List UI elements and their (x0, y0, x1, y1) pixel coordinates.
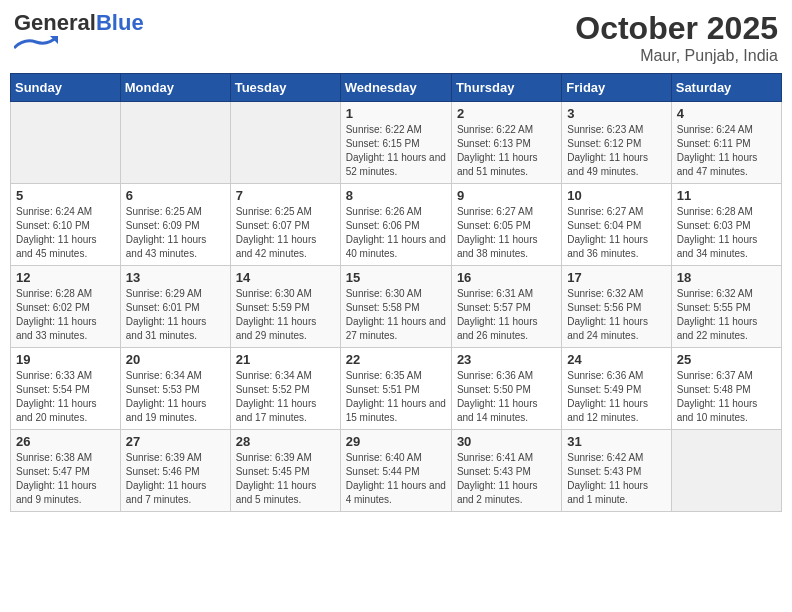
calendar-cell: 9Sunrise: 6:27 AMSunset: 6:05 PMDaylight… (451, 184, 561, 266)
day-number: 2 (457, 106, 556, 121)
column-header-friday: Friday (562, 74, 671, 102)
cell-content: Sunrise: 6:30 AMSunset: 5:59 PMDaylight:… (236, 287, 335, 343)
calendar-cell: 27Sunrise: 6:39 AMSunset: 5:46 PMDayligh… (120, 430, 230, 512)
calendar-cell: 8Sunrise: 6:26 AMSunset: 6:06 PMDaylight… (340, 184, 451, 266)
calendar-cell: 25Sunrise: 6:37 AMSunset: 5:48 PMDayligh… (671, 348, 781, 430)
logo: General Blue (14, 10, 144, 50)
cell-content: Sunrise: 6:29 AMSunset: 6:01 PMDaylight:… (126, 287, 225, 343)
day-number: 23 (457, 352, 556, 367)
calendar-week-row: 19Sunrise: 6:33 AMSunset: 5:54 PMDayligh… (11, 348, 782, 430)
day-number: 28 (236, 434, 335, 449)
calendar-week-row: 1Sunrise: 6:22 AMSunset: 6:15 PMDaylight… (11, 102, 782, 184)
day-number: 18 (677, 270, 776, 285)
cell-content: Sunrise: 6:23 AMSunset: 6:12 PMDaylight:… (567, 123, 665, 179)
cell-content: Sunrise: 6:24 AMSunset: 6:10 PMDaylight:… (16, 205, 115, 261)
calendar-cell: 6Sunrise: 6:25 AMSunset: 6:09 PMDaylight… (120, 184, 230, 266)
logo-icon (14, 36, 58, 50)
calendar-cell: 19Sunrise: 6:33 AMSunset: 5:54 PMDayligh… (11, 348, 121, 430)
day-number: 12 (16, 270, 115, 285)
cell-content: Sunrise: 6:40 AMSunset: 5:44 PMDaylight:… (346, 451, 446, 507)
day-number: 6 (126, 188, 225, 203)
day-number: 9 (457, 188, 556, 203)
logo-blue: Blue (96, 10, 144, 36)
cell-content: Sunrise: 6:32 AMSunset: 5:56 PMDaylight:… (567, 287, 665, 343)
cell-content: Sunrise: 6:39 AMSunset: 5:46 PMDaylight:… (126, 451, 225, 507)
cell-content: Sunrise: 6:33 AMSunset: 5:54 PMDaylight:… (16, 369, 115, 425)
day-number: 4 (677, 106, 776, 121)
calendar-cell: 5Sunrise: 6:24 AMSunset: 6:10 PMDaylight… (11, 184, 121, 266)
calendar-cell: 29Sunrise: 6:40 AMSunset: 5:44 PMDayligh… (340, 430, 451, 512)
cell-content: Sunrise: 6:39 AMSunset: 5:45 PMDaylight:… (236, 451, 335, 507)
day-number: 15 (346, 270, 446, 285)
cell-content: Sunrise: 6:27 AMSunset: 6:04 PMDaylight:… (567, 205, 665, 261)
calendar-cell: 21Sunrise: 6:34 AMSunset: 5:52 PMDayligh… (230, 348, 340, 430)
day-number: 24 (567, 352, 665, 367)
cell-content: Sunrise: 6:28 AMSunset: 6:03 PMDaylight:… (677, 205, 776, 261)
calendar-cell: 26Sunrise: 6:38 AMSunset: 5:47 PMDayligh… (11, 430, 121, 512)
day-number: 10 (567, 188, 665, 203)
calendar-cell: 18Sunrise: 6:32 AMSunset: 5:55 PMDayligh… (671, 266, 781, 348)
cell-content: Sunrise: 6:30 AMSunset: 5:58 PMDaylight:… (346, 287, 446, 343)
calendar-cell: 22Sunrise: 6:35 AMSunset: 5:51 PMDayligh… (340, 348, 451, 430)
page-title: October 2025 (575, 10, 778, 47)
cell-content: Sunrise: 6:27 AMSunset: 6:05 PMDaylight:… (457, 205, 556, 261)
cell-content: Sunrise: 6:38 AMSunset: 5:47 PMDaylight:… (16, 451, 115, 507)
calendar-cell: 23Sunrise: 6:36 AMSunset: 5:50 PMDayligh… (451, 348, 561, 430)
day-number: 16 (457, 270, 556, 285)
day-number: 8 (346, 188, 446, 203)
day-number: 13 (126, 270, 225, 285)
cell-content: Sunrise: 6:26 AMSunset: 6:06 PMDaylight:… (346, 205, 446, 261)
calendar-cell: 7Sunrise: 6:25 AMSunset: 6:07 PMDaylight… (230, 184, 340, 266)
day-number: 30 (457, 434, 556, 449)
calendar-cell: 2Sunrise: 6:22 AMSunset: 6:13 PMDaylight… (451, 102, 561, 184)
cell-content: Sunrise: 6:36 AMSunset: 5:50 PMDaylight:… (457, 369, 556, 425)
column-header-sunday: Sunday (11, 74, 121, 102)
calendar-cell (671, 430, 781, 512)
calendar-table: SundayMondayTuesdayWednesdayThursdayFrid… (10, 73, 782, 512)
cell-content: Sunrise: 6:42 AMSunset: 5:43 PMDaylight:… (567, 451, 665, 507)
cell-content: Sunrise: 6:34 AMSunset: 5:52 PMDaylight:… (236, 369, 335, 425)
column-header-saturday: Saturday (671, 74, 781, 102)
calendar-cell: 14Sunrise: 6:30 AMSunset: 5:59 PMDayligh… (230, 266, 340, 348)
calendar-week-row: 5Sunrise: 6:24 AMSunset: 6:10 PMDaylight… (11, 184, 782, 266)
day-number: 3 (567, 106, 665, 121)
cell-content: Sunrise: 6:34 AMSunset: 5:53 PMDaylight:… (126, 369, 225, 425)
calendar-cell: 12Sunrise: 6:28 AMSunset: 6:02 PMDayligh… (11, 266, 121, 348)
day-number: 7 (236, 188, 335, 203)
title-block: October 2025 Maur, Punjab, India (575, 10, 778, 65)
page-subtitle: Maur, Punjab, India (575, 47, 778, 65)
calendar-cell: 13Sunrise: 6:29 AMSunset: 6:01 PMDayligh… (120, 266, 230, 348)
cell-content: Sunrise: 6:35 AMSunset: 5:51 PMDaylight:… (346, 369, 446, 425)
calendar-cell: 3Sunrise: 6:23 AMSunset: 6:12 PMDaylight… (562, 102, 671, 184)
calendar-cell: 1Sunrise: 6:22 AMSunset: 6:15 PMDaylight… (340, 102, 451, 184)
day-number: 26 (16, 434, 115, 449)
cell-content: Sunrise: 6:25 AMSunset: 6:09 PMDaylight:… (126, 205, 225, 261)
day-number: 20 (126, 352, 225, 367)
cell-content: Sunrise: 6:22 AMSunset: 6:15 PMDaylight:… (346, 123, 446, 179)
calendar-cell: 11Sunrise: 6:28 AMSunset: 6:03 PMDayligh… (671, 184, 781, 266)
calendar-cell (11, 102, 121, 184)
cell-content: Sunrise: 6:31 AMSunset: 5:57 PMDaylight:… (457, 287, 556, 343)
calendar-cell: 24Sunrise: 6:36 AMSunset: 5:49 PMDayligh… (562, 348, 671, 430)
column-header-tuesday: Tuesday (230, 74, 340, 102)
column-header-monday: Monday (120, 74, 230, 102)
day-number: 27 (126, 434, 225, 449)
cell-content: Sunrise: 6:25 AMSunset: 6:07 PMDaylight:… (236, 205, 335, 261)
calendar-week-row: 26Sunrise: 6:38 AMSunset: 5:47 PMDayligh… (11, 430, 782, 512)
column-header-thursday: Thursday (451, 74, 561, 102)
calendar-cell (120, 102, 230, 184)
day-number: 14 (236, 270, 335, 285)
cell-content: Sunrise: 6:24 AMSunset: 6:11 PMDaylight:… (677, 123, 776, 179)
day-number: 25 (677, 352, 776, 367)
calendar-cell: 20Sunrise: 6:34 AMSunset: 5:53 PMDayligh… (120, 348, 230, 430)
cell-content: Sunrise: 6:37 AMSunset: 5:48 PMDaylight:… (677, 369, 776, 425)
day-number: 22 (346, 352, 446, 367)
calendar-cell: 17Sunrise: 6:32 AMSunset: 5:56 PMDayligh… (562, 266, 671, 348)
day-number: 21 (236, 352, 335, 367)
calendar-cell: 15Sunrise: 6:30 AMSunset: 5:58 PMDayligh… (340, 266, 451, 348)
day-number: 5 (16, 188, 115, 203)
column-header-wednesday: Wednesday (340, 74, 451, 102)
logo-general: General (14, 10, 96, 36)
calendar-week-row: 12Sunrise: 6:28 AMSunset: 6:02 PMDayligh… (11, 266, 782, 348)
day-number: 1 (346, 106, 446, 121)
